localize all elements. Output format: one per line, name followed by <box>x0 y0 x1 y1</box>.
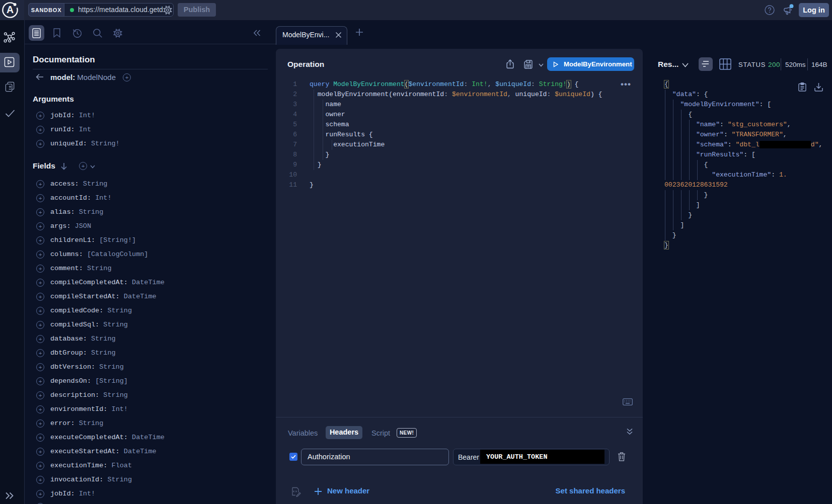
svg-text:A: A <box>7 4 14 15</box>
